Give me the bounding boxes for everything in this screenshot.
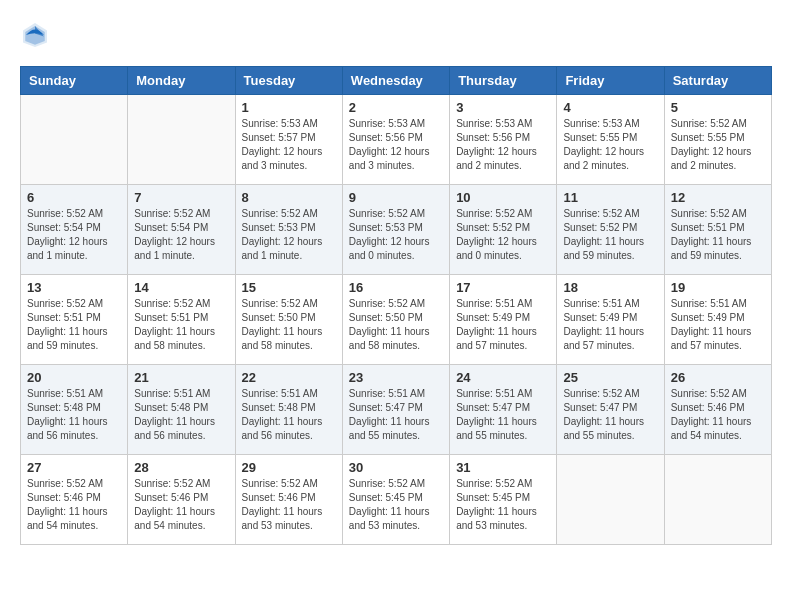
day-info: Sunrise: 5:52 AM Sunset: 5:47 PM Dayligh… (563, 387, 657, 443)
day-number: 7 (134, 190, 228, 205)
calendar-cell: 4Sunrise: 5:53 AM Sunset: 5:55 PM Daylig… (557, 95, 664, 185)
weekday-header: Tuesday (235, 67, 342, 95)
weekday-header: Thursday (450, 67, 557, 95)
calendar-cell: 27Sunrise: 5:52 AM Sunset: 5:46 PM Dayli… (21, 455, 128, 545)
calendar-cell: 1Sunrise: 5:53 AM Sunset: 5:57 PM Daylig… (235, 95, 342, 185)
day-number: 11 (563, 190, 657, 205)
logo (20, 20, 54, 50)
day-number: 31 (456, 460, 550, 475)
calendar-cell: 25Sunrise: 5:52 AM Sunset: 5:47 PM Dayli… (557, 365, 664, 455)
weekday-header: Friday (557, 67, 664, 95)
day-info: Sunrise: 5:51 AM Sunset: 5:47 PM Dayligh… (349, 387, 443, 443)
day-number: 10 (456, 190, 550, 205)
day-number: 17 (456, 280, 550, 295)
day-info: Sunrise: 5:51 AM Sunset: 5:48 PM Dayligh… (27, 387, 121, 443)
calendar-cell: 26Sunrise: 5:52 AM Sunset: 5:46 PM Dayli… (664, 365, 771, 455)
calendar-cell: 16Sunrise: 5:52 AM Sunset: 5:50 PM Dayli… (342, 275, 449, 365)
calendar-cell: 14Sunrise: 5:52 AM Sunset: 5:51 PM Dayli… (128, 275, 235, 365)
day-info: Sunrise: 5:51 AM Sunset: 5:49 PM Dayligh… (456, 297, 550, 353)
day-number: 22 (242, 370, 336, 385)
day-info: Sunrise: 5:52 AM Sunset: 5:45 PM Dayligh… (349, 477, 443, 533)
calendar-cell: 19Sunrise: 5:51 AM Sunset: 5:49 PM Dayli… (664, 275, 771, 365)
calendar-cell: 21Sunrise: 5:51 AM Sunset: 5:48 PM Dayli… (128, 365, 235, 455)
calendar-cell: 15Sunrise: 5:52 AM Sunset: 5:50 PM Dayli… (235, 275, 342, 365)
calendar-cell (557, 455, 664, 545)
day-number: 26 (671, 370, 765, 385)
calendar-cell: 17Sunrise: 5:51 AM Sunset: 5:49 PM Dayli… (450, 275, 557, 365)
day-info: Sunrise: 5:52 AM Sunset: 5:52 PM Dayligh… (456, 207, 550, 263)
day-info: Sunrise: 5:53 AM Sunset: 5:56 PM Dayligh… (349, 117, 443, 173)
day-info: Sunrise: 5:51 AM Sunset: 5:47 PM Dayligh… (456, 387, 550, 443)
calendar-cell: 10Sunrise: 5:52 AM Sunset: 5:52 PM Dayli… (450, 185, 557, 275)
calendar-header-row: SundayMondayTuesdayWednesdayThursdayFrid… (21, 67, 772, 95)
day-info: Sunrise: 5:52 AM Sunset: 5:46 PM Dayligh… (242, 477, 336, 533)
day-info: Sunrise: 5:51 AM Sunset: 5:48 PM Dayligh… (242, 387, 336, 443)
weekday-header: Saturday (664, 67, 771, 95)
day-info: Sunrise: 5:53 AM Sunset: 5:57 PM Dayligh… (242, 117, 336, 173)
calendar-week-row: 20Sunrise: 5:51 AM Sunset: 5:48 PM Dayli… (21, 365, 772, 455)
calendar-cell: 23Sunrise: 5:51 AM Sunset: 5:47 PM Dayli… (342, 365, 449, 455)
calendar-cell: 9Sunrise: 5:52 AM Sunset: 5:53 PM Daylig… (342, 185, 449, 275)
calendar-table: SundayMondayTuesdayWednesdayThursdayFrid… (20, 66, 772, 545)
calendar-cell: 6Sunrise: 5:52 AM Sunset: 5:54 PM Daylig… (21, 185, 128, 275)
day-number: 20 (27, 370, 121, 385)
calendar-cell: 31Sunrise: 5:52 AM Sunset: 5:45 PM Dayli… (450, 455, 557, 545)
day-info: Sunrise: 5:52 AM Sunset: 5:51 PM Dayligh… (27, 297, 121, 353)
day-number: 12 (671, 190, 765, 205)
day-number: 14 (134, 280, 228, 295)
day-number: 4 (563, 100, 657, 115)
day-info: Sunrise: 5:52 AM Sunset: 5:45 PM Dayligh… (456, 477, 550, 533)
day-info: Sunrise: 5:52 AM Sunset: 5:53 PM Dayligh… (242, 207, 336, 263)
day-info: Sunrise: 5:51 AM Sunset: 5:49 PM Dayligh… (671, 297, 765, 353)
day-info: Sunrise: 5:52 AM Sunset: 5:52 PM Dayligh… (563, 207, 657, 263)
calendar-cell (21, 95, 128, 185)
day-info: Sunrise: 5:52 AM Sunset: 5:53 PM Dayligh… (349, 207, 443, 263)
day-number: 16 (349, 280, 443, 295)
calendar-cell: 8Sunrise: 5:52 AM Sunset: 5:53 PM Daylig… (235, 185, 342, 275)
day-number: 23 (349, 370, 443, 385)
day-info: Sunrise: 5:52 AM Sunset: 5:46 PM Dayligh… (27, 477, 121, 533)
calendar-cell: 5Sunrise: 5:52 AM Sunset: 5:55 PM Daylig… (664, 95, 771, 185)
weekday-header: Monday (128, 67, 235, 95)
day-number: 27 (27, 460, 121, 475)
calendar-cell (128, 95, 235, 185)
calendar-cell: 30Sunrise: 5:52 AM Sunset: 5:45 PM Dayli… (342, 455, 449, 545)
day-number: 6 (27, 190, 121, 205)
day-number: 30 (349, 460, 443, 475)
day-number: 25 (563, 370, 657, 385)
calendar-cell: 28Sunrise: 5:52 AM Sunset: 5:46 PM Dayli… (128, 455, 235, 545)
logo-icon (20, 20, 50, 50)
calendar-cell: 7Sunrise: 5:52 AM Sunset: 5:54 PM Daylig… (128, 185, 235, 275)
calendar-cell: 12Sunrise: 5:52 AM Sunset: 5:51 PM Dayli… (664, 185, 771, 275)
calendar-cell: 24Sunrise: 5:51 AM Sunset: 5:47 PM Dayli… (450, 365, 557, 455)
day-number: 24 (456, 370, 550, 385)
day-info: Sunrise: 5:51 AM Sunset: 5:48 PM Dayligh… (134, 387, 228, 443)
day-number: 13 (27, 280, 121, 295)
calendar-cell: 13Sunrise: 5:52 AM Sunset: 5:51 PM Dayli… (21, 275, 128, 365)
calendar-cell: 2Sunrise: 5:53 AM Sunset: 5:56 PM Daylig… (342, 95, 449, 185)
calendar-week-row: 27Sunrise: 5:52 AM Sunset: 5:46 PM Dayli… (21, 455, 772, 545)
day-number: 15 (242, 280, 336, 295)
calendar-cell: 18Sunrise: 5:51 AM Sunset: 5:49 PM Dayli… (557, 275, 664, 365)
day-info: Sunrise: 5:53 AM Sunset: 5:55 PM Dayligh… (563, 117, 657, 173)
day-info: Sunrise: 5:52 AM Sunset: 5:51 PM Dayligh… (671, 207, 765, 263)
day-info: Sunrise: 5:52 AM Sunset: 5:55 PM Dayligh… (671, 117, 765, 173)
calendar-cell (664, 455, 771, 545)
calendar-week-row: 1Sunrise: 5:53 AM Sunset: 5:57 PM Daylig… (21, 95, 772, 185)
weekday-header: Wednesday (342, 67, 449, 95)
calendar-week-row: 13Sunrise: 5:52 AM Sunset: 5:51 PM Dayli… (21, 275, 772, 365)
day-info: Sunrise: 5:51 AM Sunset: 5:49 PM Dayligh… (563, 297, 657, 353)
day-info: Sunrise: 5:52 AM Sunset: 5:46 PM Dayligh… (671, 387, 765, 443)
day-info: Sunrise: 5:52 AM Sunset: 5:50 PM Dayligh… (242, 297, 336, 353)
day-number: 19 (671, 280, 765, 295)
day-info: Sunrise: 5:53 AM Sunset: 5:56 PM Dayligh… (456, 117, 550, 173)
calendar-cell: 20Sunrise: 5:51 AM Sunset: 5:48 PM Dayli… (21, 365, 128, 455)
day-info: Sunrise: 5:52 AM Sunset: 5:51 PM Dayligh… (134, 297, 228, 353)
day-number: 5 (671, 100, 765, 115)
day-info: Sunrise: 5:52 AM Sunset: 5:50 PM Dayligh… (349, 297, 443, 353)
day-number: 2 (349, 100, 443, 115)
day-number: 1 (242, 100, 336, 115)
day-info: Sunrise: 5:52 AM Sunset: 5:54 PM Dayligh… (134, 207, 228, 263)
day-number: 21 (134, 370, 228, 385)
calendar-cell: 29Sunrise: 5:52 AM Sunset: 5:46 PM Dayli… (235, 455, 342, 545)
